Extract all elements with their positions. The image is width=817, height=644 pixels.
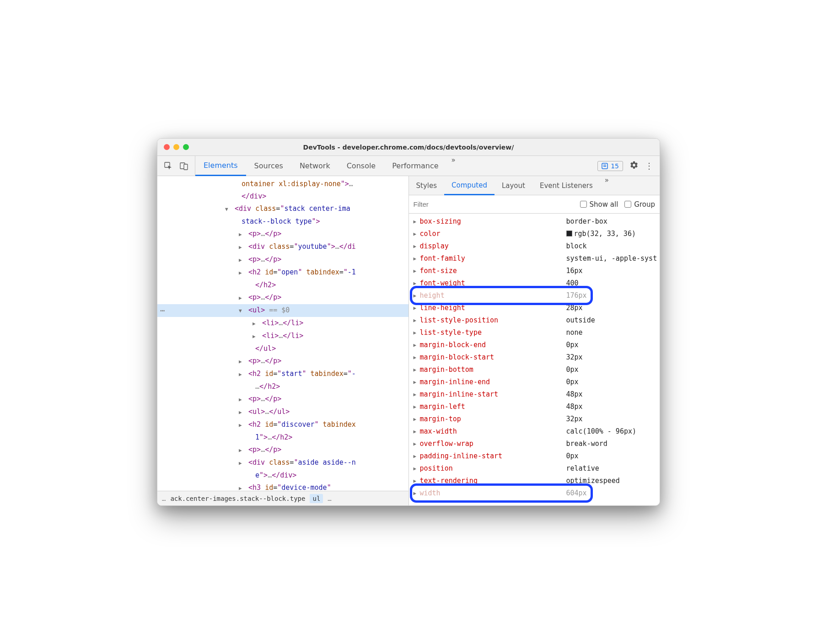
tab-elements[interactable]: Elements: [195, 156, 246, 176]
checkbox-icon: [580, 201, 587, 208]
sidebar-tabs: Styles Computed Layout Event Listeners »: [409, 176, 660, 195]
computed-property-row[interactable]: ▶margin-block-end0px: [409, 339, 660, 351]
svg-rect-2: [184, 164, 188, 170]
computed-property-row[interactable]: ▶margin-top32px: [409, 413, 660, 425]
tab-computed[interactable]: Computed: [444, 176, 494, 195]
dom-node[interactable]: ▶ <li>…</li>: [157, 317, 408, 330]
issues-icon: [602, 163, 608, 169]
dom-node[interactable]: stack--block type">: [157, 215, 408, 228]
settings-icon[interactable]: [629, 161, 639, 172]
tab-performance[interactable]: Performance: [384, 156, 446, 176]
breadcrumb-ancestor[interactable]: ack.center-images.stack--block.type: [170, 495, 305, 502]
titlebar[interactable]: DevTools - developer.chrome.com/docs/dev…: [157, 139, 660, 156]
computed-property-row[interactable]: ▶margin-inline-end0px: [409, 376, 660, 388]
zoom-window-button[interactable]: [183, 144, 189, 150]
group-checkbox[interactable]: Group: [624, 200, 655, 209]
tab-network[interactable]: Network: [291, 156, 339, 176]
styles-sidebar: Styles Computed Layout Event Listeners »…: [409, 176, 660, 505]
computed-property-row[interactable]: ▶margin-inline-start48px: [409, 388, 660, 401]
computed-property-row[interactable]: ▶height176px: [409, 290, 660, 302]
computed-property-row[interactable]: ▶box-sizingborder-box: [409, 215, 660, 228]
dom-node[interactable]: </div>: [157, 190, 408, 203]
issues-count: 15: [611, 162, 619, 170]
dom-node[interactable]: ▶ <li>…</li>: [157, 330, 408, 343]
computed-property-row[interactable]: ▶colorrgb(32, 33, 36): [409, 228, 660, 240]
dom-tree[interactable]: ontainer xl:display-none">… </div>▼ <div…: [157, 176, 408, 491]
breadcrumb-overflow-left[interactable]: …: [162, 495, 166, 502]
dom-node[interactable]: ▶ <h2 id="start" tabindex="-: [157, 368, 408, 381]
window-controls: [164, 144, 189, 150]
dom-node[interactable]: ▶ <p>…</p>: [157, 355, 408, 368]
computed-property-row[interactable]: ▶margin-block-start32px: [409, 351, 660, 364]
dom-node[interactable]: ▶ <h2 id="open" tabindex="-1: [157, 266, 408, 279]
tab-console[interactable]: Console: [339, 156, 384, 176]
computed-property-row[interactable]: ▶width604px: [409, 487, 660, 499]
elements-panel: ontainer xl:display-none">… </div>▼ <div…: [157, 176, 409, 505]
computed-property-row[interactable]: ▶font-size16px: [409, 265, 660, 277]
breadcrumb-overflow-right[interactable]: …: [328, 495, 331, 502]
computed-property-row[interactable]: ▶padding-inline-start0px: [409, 450, 660, 462]
dom-node[interactable]: …</h2>: [157, 381, 408, 393]
issues-badge[interactable]: 15: [597, 161, 623, 171]
tab-layout[interactable]: Layout: [494, 176, 532, 195]
dom-node[interactable]: 1">…</h2>: [157, 431, 408, 444]
computed-property-row[interactable]: ▶max-widthcalc(100% - 96px): [409, 425, 660, 438]
more-sidebar-tabs-icon[interactable]: »: [600, 176, 613, 195]
computed-property-row[interactable]: ▶positionrelative: [409, 462, 660, 475]
computed-property-row[interactable]: ▶list-style-typenone: [409, 327, 660, 339]
computed-property-row[interactable]: ▶line-height28px: [409, 302, 660, 314]
group-label: Group: [634, 200, 655, 209]
svg-rect-4: [603, 165, 606, 166]
more-tabs-icon[interactable]: »: [447, 156, 460, 176]
dom-node[interactable]: ▶ <p>…</p>: [157, 444, 408, 456]
dom-node[interactable]: e">…</div>: [157, 469, 408, 482]
dom-node[interactable]: ▼ <div class="stack center-ima: [157, 203, 408, 215]
computed-property-row[interactable]: ▶font-weight400: [409, 277, 660, 290]
computed-properties-list[interactable]: ▶box-sizingborder-box▶colorrgb(32, 33, 3…: [409, 214, 660, 505]
tab-event-listeners[interactable]: Event Listeners: [532, 176, 600, 195]
main-toolbar: Elements Sources Network Console Perform…: [157, 156, 660, 176]
devtools-window: DevTools - developer.chrome.com/docs/dev…: [157, 138, 660, 506]
computed-property-row[interactable]: ▶font-familysystem-ui, -apple-syst: [409, 252, 660, 265]
show-all-label: Show all: [590, 200, 618, 209]
computed-property-row[interactable]: ▶margin-left48px: [409, 401, 660, 413]
computed-property-row[interactable]: ▶margin-bottom0px: [409, 364, 660, 376]
close-window-button[interactable]: [164, 144, 170, 150]
dom-node[interactable]: ▶ <p>…</p>: [157, 253, 408, 266]
computed-filter-row: Show all Group: [409, 195, 660, 214]
dom-node[interactable]: ▶ <p>…</p>: [157, 393, 408, 406]
svg-rect-5: [603, 166, 606, 167]
dom-node[interactable]: ▶ <h2 id="discover" tabindex: [157, 419, 408, 431]
minimize-window-button[interactable]: [173, 144, 179, 150]
computed-property-row[interactable]: ▶list-style-positionoutside: [409, 314, 660, 327]
breadcrumb-bar[interactable]: … ack.center-images.stack--block.type ul…: [157, 491, 408, 505]
more-menu-icon[interactable]: ⋮: [645, 161, 653, 171]
window-title: DevTools - developer.chrome.com/docs/dev…: [157, 144, 660, 151]
breadcrumb-current[interactable]: ul: [310, 494, 323, 503]
device-toggle-icon[interactable]: [179, 161, 188, 171]
computed-property-row[interactable]: ▶displayblock: [409, 240, 660, 252]
dom-node[interactable]: ▶ <div class="youtube">…</di: [157, 241, 408, 253]
dom-node[interactable]: </ul>: [157, 343, 408, 355]
filter-input[interactable]: [414, 200, 574, 208]
tab-styles[interactable]: Styles: [409, 176, 445, 195]
dom-node[interactable]: </h2>: [157, 279, 408, 291]
inspect-element-icon[interactable]: [164, 161, 173, 171]
computed-property-row[interactable]: ▶overflow-wrapbreak-word: [409, 438, 660, 450]
dom-node[interactable]: ▶ <h3 id="device-mode": [157, 482, 408, 491]
dom-node[interactable]: ▶ <p>…</p>: [157, 291, 408, 304]
content-area: ontainer xl:display-none">… </div>▼ <div…: [157, 176, 660, 505]
computed-property-row[interactable]: ▶text-renderingoptimizespeed: [409, 475, 660, 487]
dom-node[interactable]: ▶ <p>…</p>: [157, 228, 408, 241]
dom-node[interactable]: ▶ <div class="aside aside--n: [157, 456, 408, 469]
dom-node[interactable]: ▶ <ul>…</ul>: [157, 406, 408, 419]
dom-node[interactable]: ▼ <ul> == $0: [157, 304, 408, 317]
dom-node[interactable]: ontainer xl:display-none">…: [157, 178, 408, 190]
checkbox-icon: [624, 201, 631, 208]
show-all-checkbox[interactable]: Show all: [580, 200, 618, 209]
tab-sources[interactable]: Sources: [246, 156, 291, 176]
